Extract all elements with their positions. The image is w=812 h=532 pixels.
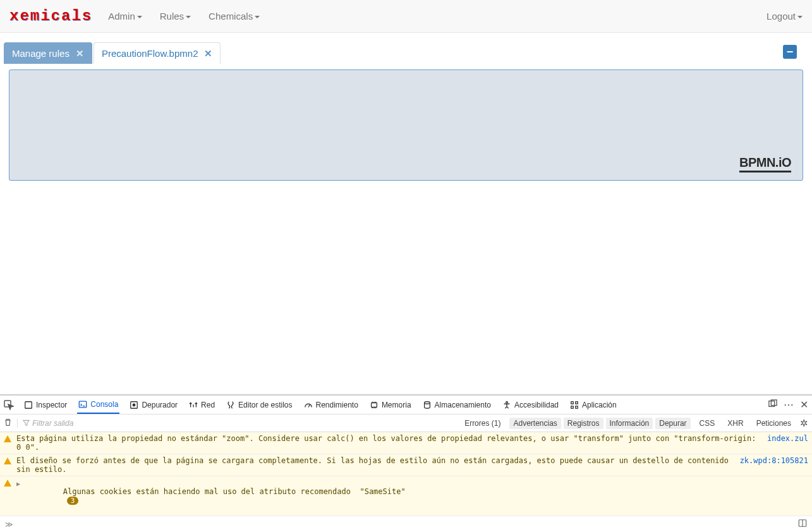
tab-manage-label: Manage rules xyxy=(12,48,70,59)
nav-rules[interactable]: Rules xyxy=(160,11,191,21)
devtools-tabs: Inspector Consola Depurador Red Editor d… xyxy=(0,396,812,414)
svg-rect-8 xyxy=(571,401,574,404)
dt-memory-label: Memoria xyxy=(382,401,411,409)
close-icon[interactable]: ✕ xyxy=(76,48,84,59)
filter-requests[interactable]: Peticiones xyxy=(753,418,795,429)
filter-wrap xyxy=(17,419,108,428)
dock-icon[interactable] xyxy=(768,399,777,411)
console-text-inner: Algunas cookies están haciendo mal uso d… xyxy=(63,487,406,496)
bpmn-canvas[interactable]: BPMN.iO xyxy=(9,70,803,181)
filter-css[interactable]: CSS xyxy=(696,418,719,429)
svg-rect-5 xyxy=(372,402,377,407)
dt-styles-label: Editor de estilos xyxy=(238,401,292,409)
svg-rect-10 xyxy=(571,406,574,408)
bpmn-io-logo[interactable]: BPMN.iO xyxy=(739,155,791,172)
devtools-tab-performance[interactable]: Rendimiento xyxy=(303,396,360,414)
content-area: BPMN.iO xyxy=(0,63,812,187)
brand-logo[interactable]: xemicals xyxy=(9,8,92,25)
dt-a11y-label: Accesibilidad xyxy=(514,401,559,409)
tab-precautionflow[interactable]: PrecautionFlow.bpmn2 ✕ xyxy=(94,42,221,64)
devtools: Inspector Consola Depurador Red Editor d… xyxy=(0,394,812,532)
filter-logs[interactable]: Registros xyxy=(564,418,603,429)
whitespace xyxy=(0,187,812,394)
devtools-tab-console[interactable]: Consola xyxy=(77,396,119,414)
count-badge: 3 xyxy=(67,497,79,505)
devtools-tab-inspector[interactable]: Inspector xyxy=(23,396,68,414)
more-icon[interactable]: ⋯ xyxy=(784,399,794,411)
svg-rect-2 xyxy=(80,401,87,408)
filter-xhr[interactable]: XHR xyxy=(724,418,747,429)
warning-icon xyxy=(4,457,11,464)
dt-app-label: Aplicación xyxy=(582,401,617,409)
sidebar-toggle-icon[interactable] xyxy=(798,519,807,529)
filter-icon xyxy=(23,420,30,426)
svg-point-7 xyxy=(506,401,508,403)
close-devtools-icon[interactable]: ✕ xyxy=(800,399,808,411)
filter-info[interactable]: Información xyxy=(606,418,653,429)
console-message[interactable]: El diseño se forzó antes de que la págin… xyxy=(0,454,812,476)
devtools-tab-storage[interactable]: Almacenamiento xyxy=(421,396,492,414)
nav-logout[interactable]: Logout xyxy=(767,11,803,21)
warning-icon xyxy=(4,480,11,487)
element-picker-icon[interactable] xyxy=(4,400,14,410)
devtools-tab-network[interactable]: Red xyxy=(188,396,216,414)
warning-icon xyxy=(4,435,11,442)
console-text: Algunas cookies están haciendo mal uso d… xyxy=(27,478,808,514)
source-link[interactable]: index.zul xyxy=(767,434,808,443)
devtools-tab-style-editor[interactable]: Editor de estilos xyxy=(225,396,293,414)
source-link[interactable]: zk.wpd:8:105821 xyxy=(740,456,808,465)
devtools-tab-debugger[interactable]: Depurador xyxy=(128,396,179,414)
dt-inspector-label: Inspector xyxy=(36,401,67,409)
console-text: Esta página utiliza la propiedad no está… xyxy=(16,434,762,452)
devtools-tab-memory[interactable]: Memoria xyxy=(368,396,413,414)
nav-rules-label: Rules xyxy=(160,11,184,21)
svg-rect-11 xyxy=(576,406,578,408)
nav-admin[interactable]: Admin xyxy=(108,11,142,21)
console-prompt-row[interactable]: ≫ xyxy=(0,516,812,532)
console-message[interactable]: Esta página utiliza la propiedad no está… xyxy=(0,432,812,454)
console-message[interactable]: ▶ Algunas cookies están haciendo mal uso… xyxy=(0,476,812,516)
dt-debugger-label: Depurador xyxy=(142,401,178,409)
caret-icon xyxy=(137,16,142,18)
tabbar: Manage rules ✕ PrecautionFlow.bpmn2 ✕ − xyxy=(0,33,812,63)
filter-warnings[interactable]: Advertencias xyxy=(509,418,561,429)
close-icon[interactable]: ✕ xyxy=(204,48,212,59)
filter-debug[interactable]: Depurar xyxy=(655,418,690,429)
filter-level-group: Advertencias Registros Información Depur… xyxy=(509,418,690,429)
console-text: El diseño se forzó antes de que la págin… xyxy=(16,456,735,474)
devtools-tab-accessibility[interactable]: Accesibilidad xyxy=(501,396,560,414)
filter-errors[interactable]: Errores (1) xyxy=(461,418,504,429)
settings-icon[interactable]: ✲ xyxy=(800,418,808,429)
tab-manage-rules[interactable]: Manage rules ✕ xyxy=(4,42,92,64)
console-output: Esta página utiliza la propiedad no está… xyxy=(0,432,812,516)
nav-logout-label: Logout xyxy=(767,11,796,21)
console-filter-bar: Errores (1) Advertencias Registros Infor… xyxy=(0,414,812,432)
devtools-tab-application[interactable]: Aplicación xyxy=(569,396,618,414)
dt-network-label: Red xyxy=(201,401,215,409)
tab-file-label: PrecautionFlow.bpmn2 xyxy=(102,48,198,59)
svg-rect-1 xyxy=(25,401,32,408)
nav-chemicals-label: Chemicals xyxy=(209,11,253,21)
console-prompt-icon: ≫ xyxy=(5,520,13,529)
expand-icon[interactable]: ▶ xyxy=(16,480,20,487)
dt-console-label: Consola xyxy=(90,400,118,409)
collapse-button[interactable]: − xyxy=(783,45,797,59)
dt-storage-label: Almacenamiento xyxy=(435,401,491,409)
svg-point-4 xyxy=(133,404,136,406)
svg-rect-9 xyxy=(576,401,578,404)
nav-menu: Admin Rules Chemicals xyxy=(108,11,260,21)
navbar: xemicals Admin Rules Chemicals Logout xyxy=(0,0,812,33)
dt-perf-label: Rendimiento xyxy=(316,401,358,409)
svg-point-6 xyxy=(424,401,430,404)
filter-input[interactable] xyxy=(32,419,108,428)
clear-console-icon[interactable] xyxy=(4,418,12,428)
caret-icon xyxy=(255,16,260,18)
nav-chemicals[interactable]: Chemicals xyxy=(209,11,260,21)
nav-admin-label: Admin xyxy=(108,11,135,21)
caret-icon xyxy=(797,16,803,18)
devtools-toolbar-right: ⋯ ✕ xyxy=(768,399,808,411)
caret-icon xyxy=(186,16,191,18)
